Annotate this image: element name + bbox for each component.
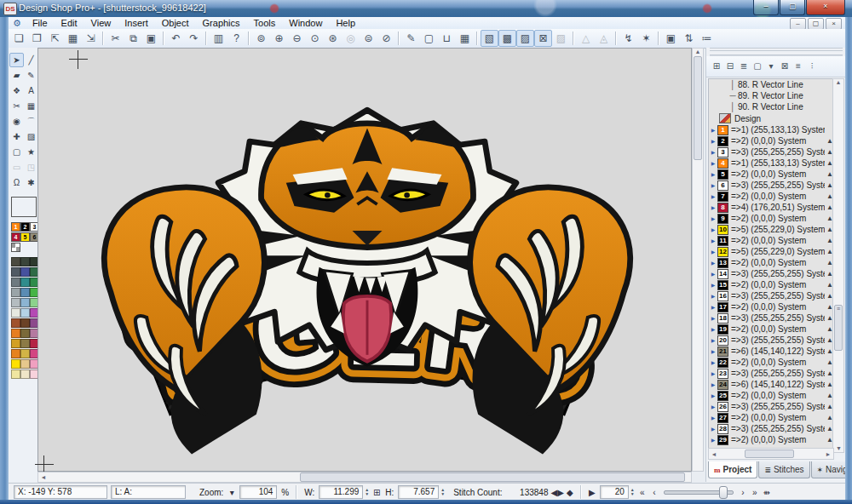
menu-item[interactable]: Window [282,18,329,28]
connect-stitch-icon[interactable]: ↯ [619,30,637,47]
child-minimize-button[interactable]: – [790,18,806,30]
palette-swatch[interactable] [11,278,20,287]
layer-row[interactable]: ▶ 29 =>2) (0,0,0) System ▲ [709,434,833,445]
expand-icon[interactable]: ▶ [709,326,717,332]
step-back-icon[interactable]: ‹ [648,486,660,499]
export-design-icon[interactable]: ⇲ [82,30,100,47]
palette-swatch[interactable] [11,288,20,297]
expand-icon[interactable]: ▶ [709,415,717,421]
measure-icon[interactable]: ✎ [402,30,420,47]
cut-icon[interactable]: ✂ [106,30,124,47]
layer-row[interactable]: ▶ 3 =>3) (255,255,255) System ▲ [709,146,833,158]
zoom-previous-icon[interactable]: ⊜ [360,30,377,47]
vector-line-row[interactable]: │88. R Vector Line [709,79,833,90]
grid-icon[interactable]: ▦ [456,30,474,47]
palette-swatch[interactable] [20,339,30,348]
view-3d-toggle[interactable]: ⊠ [534,30,552,47]
scroll-thumb[interactable] [300,472,685,482]
palette-swatch[interactable] [11,298,20,307]
select-tool[interactable]: ➤ [9,53,24,67]
expand-icon[interactable]: ▶ [709,171,717,177]
shape-tool[interactable]: ❖ [9,83,24,98]
zoom-dropdown-icon[interactable]: ▾ [226,486,238,499]
expand-icon[interactable]: ▶ [709,149,717,155]
layer-row[interactable]: ▶ 4 =>1) (255,133,13) System ▲ [709,158,833,169]
zoom-window-icon[interactable]: ⊚ [252,30,270,47]
deselect-frame-icon[interactable]: ⊠ [778,60,792,73]
curve-tool[interactable]: ⌒ [24,114,38,129]
layer-row[interactable]: ▶ 14 =>3) (255,255,255) System ▲ [709,268,833,279]
width-spinner[interactable]: ▲▼ [365,488,369,496]
expand-icon[interactable]: ▶ [709,271,717,277]
jump-start-icon[interactable]: « [636,486,648,499]
expand-icon[interactable]: ▶ [709,437,717,443]
help-icon[interactable]: ? [227,30,245,47]
panel-grip[interactable] [710,48,843,56]
hatch-fill-tool[interactable]: ▨ [24,129,38,144]
menu-item[interactable]: Graphics [196,18,247,28]
layer-row[interactable]: ▶ 15 =>2) (0,0,0) System ▲ [709,279,833,290]
copy-icon[interactable]: ⧉ [124,30,142,47]
palette-swatch[interactable] [20,267,30,277]
step-forward-icon[interactable]: › [737,486,749,499]
jump-end-icon[interactable]: » [749,486,761,499]
palette-swatch[interactable] [11,257,20,266]
current-color-swatch[interactable] [11,197,37,217]
palette-swatch[interactable] [11,308,20,318]
speed-spinner[interactable]: ▲▼ [630,488,635,496]
view-artwork-toggle[interactable]: ▧ [481,30,498,47]
child-close-button[interactable]: × [826,18,842,30]
expand-icon[interactable]: ▶ [709,226,717,232]
expand-icon[interactable]: ▶ [709,127,717,133]
layer-row[interactable]: ▶ 18 =>3) (255,255,255) System ▲ [709,312,833,324]
panel-horizontal-scrollbar[interactable]: ◄ ► [708,448,834,460]
thread-color-slot[interactable]: 1 [11,222,20,232]
zoom-1to1-icon[interactable]: ⊙ [306,30,324,47]
layer-row[interactable]: ▶ 20 =>3) (255,255,255) System ▲ [709,335,833,346]
slow-redraw-icon[interactable]: △ [577,30,595,47]
expand-icon[interactable]: ▶ [709,304,717,310]
frame-caret-icon[interactable]: ▾ [764,60,778,73]
layer-row[interactable]: ▶ 17 =>2) (0,0,0) System ▲ [709,301,833,312]
tree-scrollbar[interactable]: ▲ ≡ ▼ [832,78,844,453]
pen-tool[interactable]: ✎ [24,68,38,83]
expand-icon[interactable]: ▶ [709,160,717,166]
menu-item[interactable]: File [26,18,55,28]
scroll-thumb[interactable]: ≡ [834,305,843,351]
special-fill-tool[interactable]: ✱ [24,175,38,190]
layer-row[interactable]: ▶ 22 =>2) (0,0,0) System ▲ [709,357,833,368]
thread-color-slot[interactable]: 4 [11,232,20,242]
zoom-fit-icon[interactable]: ⊛ [324,30,342,47]
branch-view-icon[interactable]: ≣ [737,60,751,73]
prev-next-color-icon[interactable]: ◀▶ [550,486,563,499]
merge-branch-icon[interactable]: ⊟ [723,60,737,73]
tab-stitches[interactable]: ≣ Stitches [758,461,809,478]
select-frame-icon[interactable]: ▢ [420,30,438,47]
undo-icon[interactable]: ↶ [167,30,185,47]
layer-row[interactable]: ▶ 11 =>2) (0,0,0) System ▲ [709,235,833,246]
view-stitches-toggle[interactable]: ▨ [516,30,534,47]
layer-row[interactable]: ▶ 6 =>3) (255,255,255) System ▲ [709,180,833,191]
menu-item[interactable]: Edit [55,18,84,28]
expand-icon[interactable]: ▶ [709,381,717,387]
expand-icon[interactable]: ▶ [709,282,717,288]
expand-icon[interactable]: ▶ [709,260,717,266]
slider-thumb[interactable] [719,486,728,499]
tab-project[interactable]: m Project [708,461,757,478]
sequence-list-icon[interactable]: ⫶ [805,60,819,73]
layer-row[interactable]: ▶ 24 =>6) (145,140,122) System ▲ [709,379,833,390]
zoom-in-icon[interactable]: ⊕ [270,30,288,47]
expand-icon[interactable]: ▶ [709,348,717,354]
vector-line-row[interactable]: │90. R Vector Line [709,101,833,112]
child-restore-button[interactable]: ▢ [808,18,824,30]
eraser-tool[interactable]: ▰ [9,68,24,83]
layer-row[interactable]: ▶ 28 =>3) (255,255,255) System ▲ [709,423,833,434]
layer-row[interactable]: ▶ 16 =>3) (255,255,255) System ▲ [709,290,833,301]
frame-tool[interactable]: ◳ [24,160,38,175]
scroll-down-icon[interactable]: ▼ [836,445,842,451]
palette-swatch[interactable] [20,308,30,318]
lock-ratio-icon[interactable]: ⊞ [371,486,383,499]
transform-tool[interactable]: ▢ [9,145,24,159]
order-tool-icon[interactable]: ≔ [698,30,716,47]
group-tool[interactable]: ▭ [9,160,24,175]
